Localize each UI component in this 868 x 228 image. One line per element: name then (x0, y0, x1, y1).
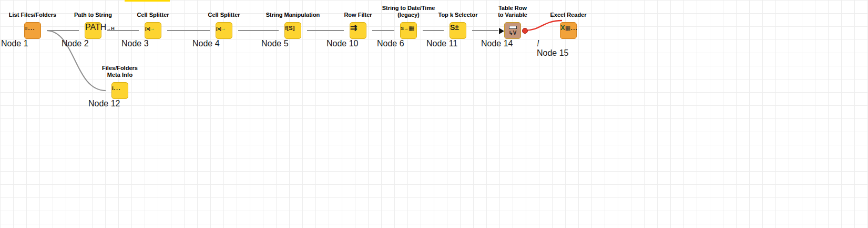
workflow-node-node-3[interactable]: Cell Splitter[a]→Node 3 (121, 2, 185, 48)
path-to-string-icon[interactable]: PATH→H (85, 22, 101, 39)
node-label: Node 3 (121, 39, 185, 48)
flow-variable-output-port[interactable] (522, 28, 528, 34)
workflow-canvas[interactable]: List Files/Folders≡...Node 1Path to Stri… (0, 0, 868, 228)
meta-info-icon[interactable]: i... (111, 82, 128, 99)
workflow-node-node-12[interactable]: Files/Folders Meta Infoi...Node 12 (88, 62, 151, 108)
node-title: Path to String (62, 2, 125, 20)
string-manipulation-icon[interactable]: f[S] (284, 22, 301, 39)
node-label: Node 2 (62, 39, 125, 48)
workflow-node-node-15[interactable]: Excel ReaderX▦...!Node 15 (537, 2, 600, 58)
top-k-selector-icon[interactable]: S± (450, 22, 466, 39)
node-dots: ... (28, 23, 35, 32)
node-title: Excel Reader (537, 2, 600, 20)
warning-icon: ! (537, 39, 539, 48)
workflow-node-node-11[interactable]: Top k SelectorS±Node 11 (426, 2, 489, 48)
cell-splitter-icon[interactable]: [a]→ (145, 22, 161, 39)
table-row-to-variable-icon[interactable]: ↳V (504, 22, 521, 39)
node-label: Node 11 (426, 39, 489, 48)
workflow-node-node-2[interactable]: Path to StringPATH→HNode 2 (62, 2, 125, 48)
node-title: Cell Splitter (121, 2, 185, 20)
node-dots: ... (570, 23, 577, 32)
row-filter-icon[interactable]: ⇉ (350, 22, 366, 39)
node-title: Files/Folders Meta Info (88, 62, 151, 80)
node-title: String Manipulation (261, 2, 324, 20)
workflow-node-node-4[interactable]: Cell Splitter[a]→Node 4 (192, 2, 256, 48)
string-to-datetime-icon[interactable]: S→▦ (400, 22, 417, 39)
node-label: Node 12 (88, 99, 151, 108)
node-label: Node 1 (1, 39, 64, 48)
node-label: Node 14 (481, 39, 544, 48)
node-label: Node 15 (537, 48, 600, 58)
node-label: Node 4 (192, 39, 256, 48)
node-title: List Files/Folders (1, 2, 64, 20)
workflow-node-node-1[interactable]: List Files/Folders≡...Node 1 (1, 2, 64, 48)
node-label: Node 5 (261, 39, 324, 48)
cell-splitter-icon[interactable]: [a]→ (216, 22, 232, 39)
node-dots: ... (114, 83, 120, 92)
workflow-node-node-14[interactable]: Table Row to Variable↳VNode 14 (481, 2, 544, 48)
workflow-node-node-5[interactable]: String Manipulationf[S]Node 5 (261, 2, 324, 48)
input-port[interactable] (499, 28, 504, 34)
node-status-lights: ! (537, 39, 600, 48)
excel-reader-icon[interactable]: X▦... (560, 22, 577, 39)
node-title: Top k Selector (426, 2, 489, 20)
node-title: Cell Splitter (192, 2, 256, 20)
list-files-icon[interactable]: ≡... (24, 22, 41, 39)
node-title: Table Row to Variable (481, 2, 544, 20)
workflow-annotation-edge (125, 0, 170, 2)
